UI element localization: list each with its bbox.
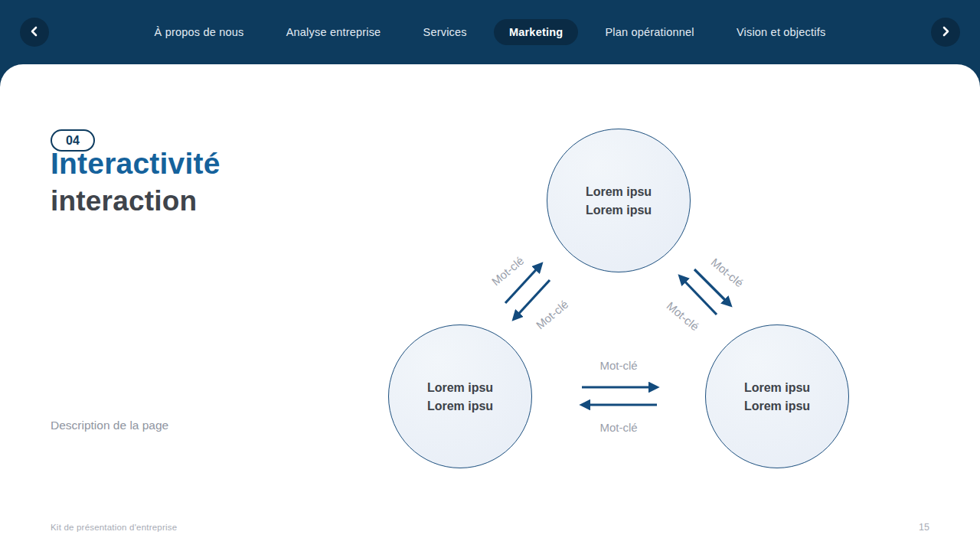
- cycle-diagram: Lorem ipsu Lorem ipsu Lorem ipsu Lorem i…: [352, 99, 888, 497]
- nav-item-vision-et-objectifs[interactable]: Vision et objectifs: [721, 19, 841, 45]
- nav-item-services[interactable]: Services: [408, 19, 482, 45]
- section-number-badge: 04: [51, 129, 95, 152]
- slide-canvas: À propos de nous Analyse entreprise Serv…: [0, 0, 980, 551]
- nav-item-analyse-entreprise[interactable]: Analyse entreprise: [271, 19, 397, 45]
- slide-footer: Kit de présentation d'entreprise 15: [51, 522, 929, 533]
- prev-slide-button[interactable]: [20, 18, 49, 47]
- nav-item-a-propos-de-nous[interactable]: À propos de nous: [139, 19, 260, 45]
- keyword-label: Mot-clé: [599, 421, 637, 434]
- page-description: Description de la page: [51, 419, 168, 432]
- chevron-right-icon: [940, 26, 951, 39]
- top-nav-bar: À propos de nous Analyse entreprise Serv…: [0, 0, 980, 64]
- node-text-line: Lorem ipsu: [586, 184, 652, 200]
- nav-item-marketing[interactable]: Marketing: [494, 19, 578, 45]
- next-slide-button[interactable]: [931, 18, 960, 47]
- node-text-line: Lorem ipsu: [744, 380, 810, 396]
- arrow-right-up: [680, 276, 717, 315]
- node-text-line: Lorem ipsu: [427, 380, 493, 396]
- node-text-line: Lorem ipsu: [744, 398, 810, 414]
- diagram-node-right: Lorem ipsu Lorem ipsu: [705, 324, 849, 468]
- node-text-line: Lorem ipsu: [586, 202, 652, 218]
- diagram-node-top: Lorem ipsu Lorem ipsu: [547, 129, 691, 272]
- keyword-label: Mot-clé: [599, 359, 637, 372]
- slide-panel: 04 Interactivité interaction Description…: [0, 64, 980, 551]
- node-text-line: Lorem ipsu: [427, 398, 493, 414]
- nav-menu: À propos de nous Analyse entreprise Serv…: [133, 19, 847, 45]
- footer-caption: Kit de présentation d'entreprise: [51, 523, 177, 532]
- page-number: 15: [919, 522, 929, 533]
- diagram-node-left: Lorem ipsu Lorem ipsu: [388, 324, 532, 468]
- chevron-left-icon: [29, 26, 40, 39]
- title-block: 04 Interactivité interaction: [51, 129, 220, 219]
- nav-item-plan-operationnel[interactable]: Plan opérationnel: [590, 19, 709, 45]
- slide-subtitle: interaction: [51, 184, 220, 219]
